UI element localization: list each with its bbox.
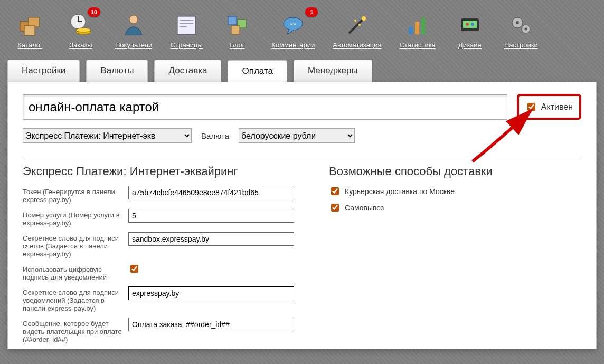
nav-settings[interactable]: Настройки: [504, 12, 538, 49]
active-label: Активен: [541, 102, 573, 112]
newspaper-icon: [172, 12, 201, 38]
nav-design[interactable]: Дизайн: [454, 12, 486, 49]
nav-automation[interactable]: Автоматизация: [333, 12, 381, 49]
nav-label: Комментарии: [271, 41, 315, 49]
message-input[interactable]: [128, 318, 294, 331]
nav-label: Автоматизация: [333, 41, 381, 49]
delivery-label: Самовывоз: [345, 204, 384, 212]
nav-comments[interactable]: «» 1 Комментарии: [271, 12, 315, 49]
module-select[interactable]: Экспресс Платежи: Интернет-экв: [23, 128, 192, 143]
payment-name-input[interactable]: [23, 94, 507, 120]
delivery-option[interactable]: Самовывоз: [329, 202, 581, 213]
token-label: Токен (Генерирутся в панели express-pay.…: [23, 186, 128, 204]
svg-rect-24: [421, 17, 426, 34]
svg-point-28: [471, 23, 474, 26]
delivery-label: Курьерская доставка по Москве: [345, 187, 455, 196]
nav-blog[interactable]: Блог: [221, 12, 253, 49]
badge: 10: [88, 7, 100, 17]
badge: 1: [305, 7, 318, 17]
tab-currencies[interactable]: Валюты: [86, 60, 148, 82]
secret-notify-input[interactable]: [128, 286, 294, 300]
nav-label: Страницы: [171, 41, 203, 49]
nav-label: Дизайн: [458, 41, 482, 49]
service-input[interactable]: [128, 209, 294, 223]
tab-settings[interactable]: Настройки: [7, 60, 80, 82]
tabs-bar: Настройки Валюты Доставка Оплата Менедже…: [0, 60, 604, 82]
nav-label: Статистика: [400, 41, 436, 49]
left-section-title: Экспресс Платежи: Интернет-эквайринг: [23, 165, 297, 178]
nav-stats[interactable]: Статистика: [400, 12, 436, 49]
nav-label: Покупатели: [115, 41, 152, 49]
svg-point-7: [76, 28, 91, 32]
top-nav: Каталог 10 Заказы Покупатели Страницы Бл…: [0, 0, 604, 56]
svg-rect-26: [463, 21, 477, 28]
palette-icon: [456, 12, 484, 38]
currency-label: Валюта: [201, 131, 229, 140]
token-input[interactable]: [128, 186, 294, 199]
svg-rect-9: [177, 16, 195, 34]
delivery-checkbox[interactable]: [331, 187, 339, 195]
delivery-checkbox[interactable]: [331, 204, 339, 212]
svg-point-30: [516, 21, 519, 24]
wand-icon: [343, 12, 371, 38]
nav-label: Заказы: [69, 41, 92, 49]
bars-icon: [403, 12, 432, 38]
use-sign-label: Использовать цифровую подпись для уведом…: [23, 263, 128, 281]
tab-managers[interactable]: Менеджеры: [294, 60, 372, 82]
svg-text:«»: «»: [290, 21, 297, 27]
delivery-option[interactable]: Курьерская доставка по Москве: [329, 186, 581, 197]
speech-icon: «»: [279, 12, 307, 38]
service-label: Номер услуги (Номер услуги в express-pay…: [23, 209, 128, 227]
nav-label: Каталог: [17, 41, 42, 49]
gears-icon: [507, 12, 535, 38]
nav-label: Настройки: [504, 41, 538, 49]
secret-notify-label: Секретное слово для подписи уведомлений …: [23, 286, 128, 312]
svg-line-18: [349, 18, 364, 33]
tab-delivery[interactable]: Доставка: [154, 60, 221, 82]
active-toggle[interactable]: Активен: [517, 94, 581, 120]
svg-point-8: [129, 15, 138, 24]
use-sign-checkbox[interactable]: [130, 265, 138, 273]
svg-point-21: [354, 20, 356, 22]
active-checkbox[interactable]: [527, 103, 535, 111]
person-icon: [119, 12, 148, 38]
nav-pages[interactable]: Страницы: [170, 12, 203, 49]
svg-rect-22: [409, 27, 413, 34]
svg-rect-13: [228, 16, 237, 25]
svg-point-20: [358, 24, 361, 26]
divider: [23, 157, 581, 157]
svg-point-19: [362, 16, 366, 21]
content-panel: Активен Экспресс Платежи: Интернет-экв В…: [7, 82, 597, 349]
svg-point-32: [524, 28, 527, 31]
blocks-icon: [223, 12, 251, 38]
svg-rect-2: [24, 26, 35, 35]
nav-customers[interactable]: Покупатели: [115, 12, 152, 49]
secret-bill-input[interactable]: [128, 232, 294, 246]
currency-select[interactable]: белорусские рубли: [239, 128, 355, 143]
nav-catalog[interactable]: Каталог: [14, 12, 46, 49]
boxes-icon: [16, 12, 44, 38]
svg-rect-1: [29, 17, 39, 27]
nav-label: Блог: [230, 41, 244, 49]
svg-point-27: [466, 23, 469, 26]
right-section-title: Возможные способы доставки: [329, 165, 581, 178]
tab-payment[interactable]: Оплата: [228, 60, 287, 82]
secret-bill-label: Секретное слово для подписи счетов (Зада…: [23, 232, 128, 258]
svg-rect-23: [415, 22, 419, 34]
message-label: Сообщение, которое будет видеть плательщ…: [23, 318, 128, 343]
nav-orders[interactable]: 10 Заказы: [64, 12, 97, 49]
svg-rect-15: [231, 26, 240, 34]
